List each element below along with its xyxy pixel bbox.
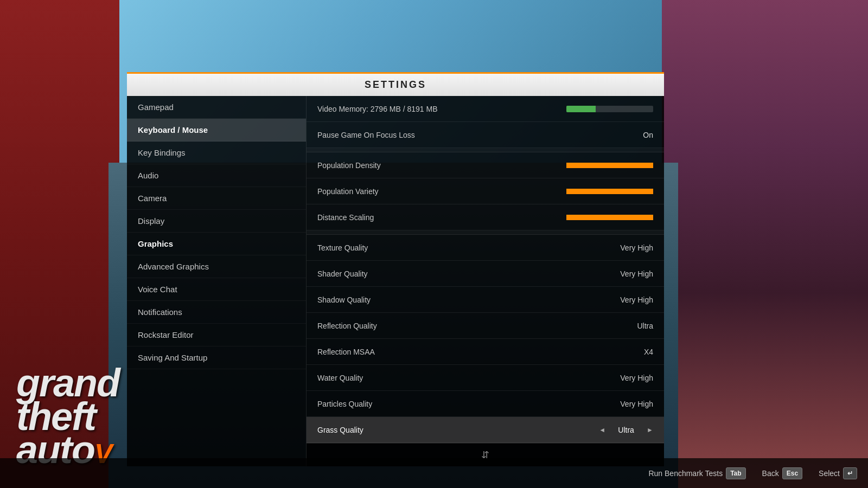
row-reflection-quality[interactable]: Reflection Quality Ultra bbox=[307, 313, 664, 339]
row-distance-scaling[interactable]: Distance Scaling bbox=[307, 204, 664, 230]
sidebar-item-display[interactable]: Display bbox=[127, 210, 306, 233]
reflection-quality-value: Ultra bbox=[637, 322, 653, 330]
bottom-bar: Run Benchmark Tests Tab Back Esc Select … bbox=[0, 458, 868, 488]
section-divider-2 bbox=[307, 230, 664, 235]
benchmark-key: Tab bbox=[726, 467, 745, 479]
gta-logo: grand theft autoV bbox=[16, 367, 119, 466]
row-reflection-msaa[interactable]: Reflection MSAA X4 bbox=[307, 339, 664, 365]
video-memory-fill bbox=[566, 106, 596, 112]
row-shadow-quality[interactable]: Shadow Quality Very High bbox=[307, 287, 664, 313]
sidebar-item-advanced-graphics[interactable]: Advanced Graphics bbox=[127, 255, 306, 278]
row-shader-quality[interactable]: Shader Quality Very High bbox=[307, 261, 664, 287]
section-divider-1 bbox=[307, 148, 664, 152]
settings-body: Gamepad Keyboard / Mouse Key Bindings Au… bbox=[127, 96, 664, 466]
shader-quality-label: Shader Quality bbox=[317, 269, 620, 278]
population-density-label: Population Density bbox=[317, 161, 566, 170]
particles-quality-label: Particles Quality bbox=[317, 400, 620, 408]
settings-title-bar: SETTINGS bbox=[127, 72, 664, 96]
population-variety-fill bbox=[566, 189, 653, 194]
back-key: Esc bbox=[782, 467, 802, 479]
row-particles-quality[interactable]: Particles Quality Very High bbox=[307, 391, 664, 417]
distance-scaling-slider[interactable] bbox=[566, 215, 653, 220]
row-population-density[interactable]: Population Density bbox=[307, 152, 664, 178]
action-back[interactable]: Back Esc bbox=[762, 467, 802, 479]
row-grass-quality[interactable]: Grass Quality ◄ Ultra ► bbox=[307, 417, 664, 443]
benchmark-label: Run Benchmark Tests bbox=[648, 469, 723, 478]
action-benchmark: Run Benchmark Tests Tab bbox=[648, 467, 745, 479]
sidebar-item-graphics[interactable]: Graphics bbox=[127, 233, 306, 255]
sidebar-item-key-bindings[interactable]: Key Bindings bbox=[127, 142, 306, 164]
select-label: Select bbox=[819, 469, 840, 478]
grass-quality-label: Grass Quality bbox=[317, 426, 599, 434]
settings-content: Video Memory: 2796 MB / 8191 MB Pause Ga… bbox=[306, 96, 664, 466]
select-key: ↵ bbox=[843, 467, 857, 479]
settings-modal: SETTINGS Gamepad Keyboard / Mouse Key Bi… bbox=[127, 72, 664, 466]
water-quality-label: Water Quality bbox=[317, 374, 620, 382]
sidebar-item-audio[interactable]: Audio bbox=[127, 164, 306, 187]
sidebar-item-voice-chat[interactable]: Voice Chat bbox=[127, 278, 306, 301]
population-density-fill bbox=[566, 163, 653, 168]
pause-game-label: Pause Game On Focus Loss bbox=[317, 131, 643, 139]
row-water-quality[interactable]: Water Quality Very High bbox=[307, 365, 664, 391]
population-variety-label: Population Variety bbox=[317, 187, 566, 196]
water-quality-value: Very High bbox=[620, 374, 653, 382]
back-label: Back bbox=[762, 469, 779, 478]
shader-quality-value: Very High bbox=[620, 269, 653, 278]
pause-game-value: On bbox=[643, 131, 653, 139]
sidebar-item-camera[interactable]: Camera bbox=[127, 187, 306, 210]
action-select[interactable]: Select ↵ bbox=[819, 467, 857, 479]
sidebar-item-gamepad[interactable]: Gamepad bbox=[127, 96, 306, 119]
shadow-quality-value: Very High bbox=[620, 296, 653, 304]
sidebar-item-keyboard-mouse[interactable]: Keyboard / Mouse bbox=[127, 119, 306, 142]
distance-scaling-fill bbox=[566, 215, 653, 220]
video-memory-bar bbox=[566, 106, 653, 112]
distance-scaling-label: Distance Scaling bbox=[317, 213, 566, 222]
grass-quality-value: Ultra bbox=[610, 426, 642, 434]
row-pause-game[interactable]: Pause Game On Focus Loss On bbox=[307, 122, 664, 148]
sidebar-item-saving-startup[interactable]: Saving And Startup bbox=[127, 346, 306, 369]
reflection-msaa-label: Reflection MSAA bbox=[317, 348, 644, 356]
reflection-msaa-value: X4 bbox=[644, 348, 653, 356]
texture-quality-label: Texture Quality bbox=[317, 243, 620, 252]
sidebar-item-rockstar-editor[interactable]: Rockstar Editor bbox=[127, 324, 306, 346]
grass-arrow-right[interactable]: ► bbox=[647, 426, 653, 434]
video-memory-label: Video Memory: 2796 MB / 8191 MB bbox=[317, 105, 566, 113]
population-density-slider[interactable] bbox=[566, 163, 653, 168]
population-variety-slider[interactable] bbox=[566, 189, 653, 194]
settings-sidebar: Gamepad Keyboard / Mouse Key Bindings Au… bbox=[127, 96, 306, 466]
row-population-variety[interactable]: Population Variety bbox=[307, 178, 664, 204]
row-video-memory: Video Memory: 2796 MB / 8191 MB bbox=[307, 96, 664, 122]
row-texture-quality[interactable]: Texture Quality Very High bbox=[307, 235, 664, 261]
grass-arrow-left[interactable]: ◄ bbox=[599, 426, 605, 434]
shadow-quality-label: Shadow Quality bbox=[317, 296, 620, 304]
settings-title: SETTINGS bbox=[365, 79, 426, 90]
reflection-quality-label: Reflection Quality bbox=[317, 322, 637, 330]
grass-quality-selector[interactable]: ◄ Ultra ► bbox=[599, 426, 653, 434]
sidebar-item-notifications[interactable]: Notifications bbox=[127, 301, 306, 324]
texture-quality-value: Very High bbox=[620, 243, 653, 252]
particles-quality-value: Very High bbox=[620, 400, 653, 408]
